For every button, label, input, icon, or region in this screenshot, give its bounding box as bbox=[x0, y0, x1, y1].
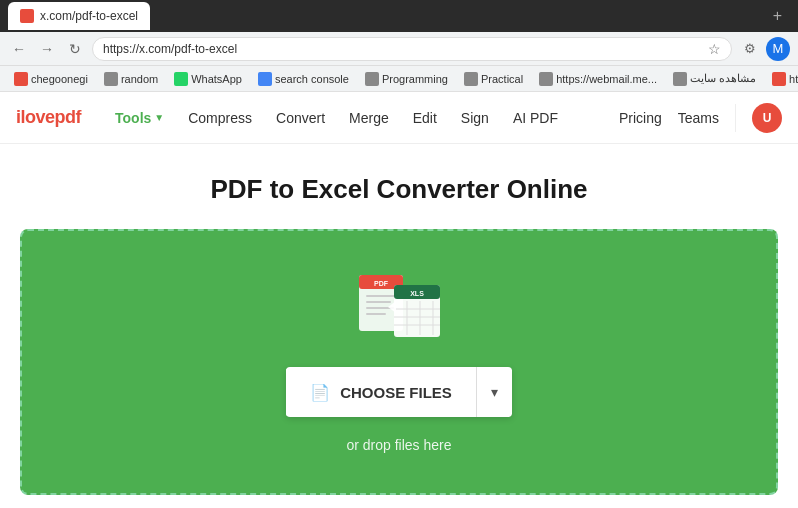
file-icon: 📄 bbox=[310, 383, 330, 402]
bookmark-chegoonegi[interactable]: chegoonegi bbox=[8, 70, 94, 88]
bookmark-webmail[interactable]: https://webmail.me... bbox=[533, 70, 663, 88]
nav-item-sign[interactable]: Sign bbox=[451, 104, 499, 132]
nav-teams[interactable]: Teams bbox=[678, 110, 719, 126]
bookmarks-bar: chegoonegi random WhatsApp search consol… bbox=[0, 66, 798, 92]
svg-rect-3 bbox=[366, 295, 396, 297]
choose-files-label: CHOOSE FILES bbox=[340, 384, 452, 401]
nav-divider bbox=[735, 104, 736, 132]
browser-actions: ⚙ M bbox=[738, 37, 790, 61]
extensions-button[interactable]: ⚙ bbox=[738, 37, 762, 61]
tab-favicon bbox=[20, 9, 34, 23]
refresh-button[interactable]: ↻ bbox=[64, 38, 86, 60]
address-text: https://x.com/pdf-to-excel bbox=[103, 42, 237, 56]
browser-tabs: x.com/pdf-to-excel + bbox=[0, 0, 798, 32]
tools-dropdown-icon: ▼ bbox=[154, 112, 164, 123]
nav-item-edit[interactable]: Edit bbox=[403, 104, 447, 132]
back-button[interactable]: ← bbox=[8, 38, 30, 60]
bookmark-search-console[interactable]: search console bbox=[252, 70, 355, 88]
pdf-excel-icon: PDF XLS bbox=[354, 271, 444, 343]
page-title: PDF to Excel Converter Online bbox=[20, 174, 778, 205]
nav-menu: Tools ▼ Compress Convert Merge Edit Sign… bbox=[105, 104, 619, 132]
svg-text:PDF: PDF bbox=[374, 280, 389, 287]
nav-right: Pricing Teams U bbox=[619, 103, 782, 133]
active-tab[interactable]: x.com/pdf-to-excel bbox=[8, 2, 150, 30]
forward-button[interactable]: → bbox=[36, 38, 58, 60]
nav-item-compress[interactable]: Compress bbox=[178, 104, 262, 132]
nav-item-convert[interactable]: Convert bbox=[266, 104, 335, 132]
bookmark-whatsapp[interactable]: WhatsApp bbox=[168, 70, 248, 88]
choose-files-button-group[interactable]: 📄 CHOOSE FILES ▾ bbox=[286, 367, 512, 417]
address-bar[interactable]: https://x.com/pdf-to-excel ☆ bbox=[92, 37, 732, 61]
site-logo[interactable]: ilovepdf bbox=[16, 107, 81, 128]
browser-toolbar: ← → ↻ https://x.com/pdf-to-excel ☆ ⚙ M bbox=[0, 32, 798, 66]
nav-item-tools[interactable]: Tools ▼ bbox=[105, 104, 174, 132]
nav-item-merge[interactable]: Merge bbox=[339, 104, 399, 132]
bookmark-star-icon[interactable]: ☆ bbox=[708, 41, 721, 57]
upload-area[interactable]: PDF XLS bbox=[20, 229, 778, 495]
bookmark-random[interactable]: random bbox=[98, 70, 164, 88]
bookmark-view-site[interactable]: مشاهده سایت bbox=[667, 70, 762, 88]
profile-button[interactable]: M bbox=[766, 37, 790, 61]
bookmark-atomisystem[interactable]: https://atomisystem... bbox=[766, 70, 798, 88]
dropdown-button[interactable]: ▾ bbox=[477, 370, 512, 414]
tools-label: Tools bbox=[115, 110, 151, 126]
chevron-down-icon: ▾ bbox=[491, 384, 498, 400]
nav-bar: ilovepdf Tools ▼ Compress Convert Merge … bbox=[0, 92, 798, 144]
main-content: PDF to Excel Converter Online PDF XLS bbox=[0, 144, 798, 508]
nav-pricing[interactable]: Pricing bbox=[619, 110, 662, 126]
bookmark-practical[interactable]: Practical bbox=[458, 70, 529, 88]
tab-url: x.com/pdf-to-excel bbox=[40, 9, 138, 23]
bookmark-programming[interactable]: Programming bbox=[359, 70, 454, 88]
svg-rect-4 bbox=[366, 301, 391, 303]
drop-text: or drop files here bbox=[346, 437, 451, 453]
svg-rect-6 bbox=[366, 313, 386, 315]
choose-files-button[interactable]: 📄 CHOOSE FILES bbox=[286, 369, 476, 416]
svg-text:XLS: XLS bbox=[410, 290, 424, 297]
new-tab-icon[interactable]: + bbox=[773, 7, 782, 25]
user-avatar[interactable]: U bbox=[752, 103, 782, 133]
file-icon-container: PDF XLS bbox=[354, 271, 444, 347]
nav-item-ai-pdf[interactable]: AI PDF bbox=[503, 104, 568, 132]
